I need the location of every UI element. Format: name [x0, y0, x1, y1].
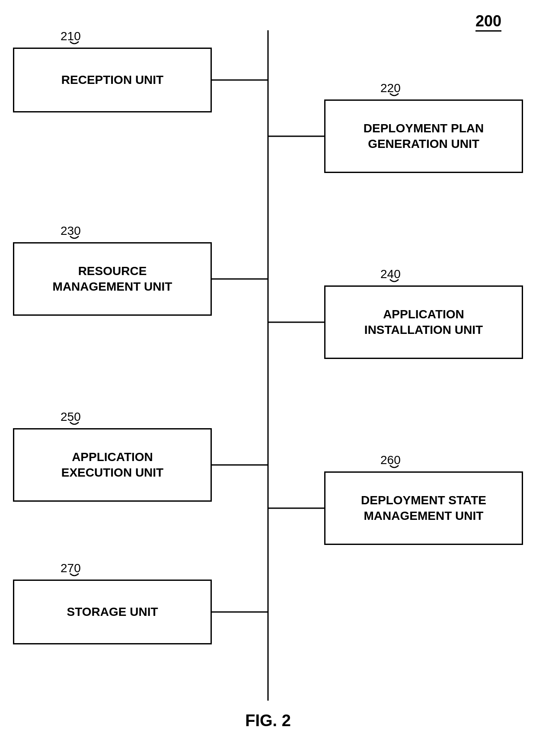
ref-220: 220	[380, 81, 401, 95]
resource-management-unit-label: RESOURCEMANAGEMENT UNIT	[53, 263, 172, 295]
reception-unit-box: RECEPTION UNIT	[13, 48, 212, 112]
storage-unit-box: STORAGE UNIT	[13, 580, 212, 644]
resource-management-unit-box: RESOURCEMANAGEMENT UNIT	[13, 242, 212, 316]
ref-260: 260	[380, 453, 401, 467]
figure-caption: FIG. 2	[0, 711, 536, 730]
application-installation-unit-label: APPLICATIONINSTALLATION UNIT	[364, 307, 483, 338]
deployment-plan-unit-box: DEPLOYMENT PLANGENERATION UNIT	[324, 99, 523, 173]
ref-230: 230	[61, 224, 81, 238]
ref-240: 240	[380, 267, 401, 281]
diagram-container: 200 210	[0, 0, 536, 756]
ref-270: 270	[61, 561, 81, 575]
deployment-plan-unit-label: DEPLOYMENT PLANGENERATION UNIT	[364, 121, 484, 152]
deployment-state-unit-label: DEPLOYMENT STATEMANAGEMENT UNIT	[361, 493, 486, 524]
deployment-state-unit-box: DEPLOYMENT STATEMANAGEMENT UNIT	[324, 471, 523, 545]
application-execution-unit-box: APPLICATIONEXECUTION UNIT	[13, 428, 212, 502]
application-execution-unit-label: APPLICATIONEXECUTION UNIT	[61, 449, 163, 481]
ref-250: 250	[61, 410, 81, 424]
storage-unit-label: STORAGE UNIT	[67, 604, 158, 620]
application-installation-unit-box: APPLICATIONINSTALLATION UNIT	[324, 285, 523, 359]
reception-unit-label: RECEPTION UNIT	[61, 72, 163, 88]
ref-210: 210	[61, 29, 81, 43]
figure-number: 200	[475, 12, 501, 32]
